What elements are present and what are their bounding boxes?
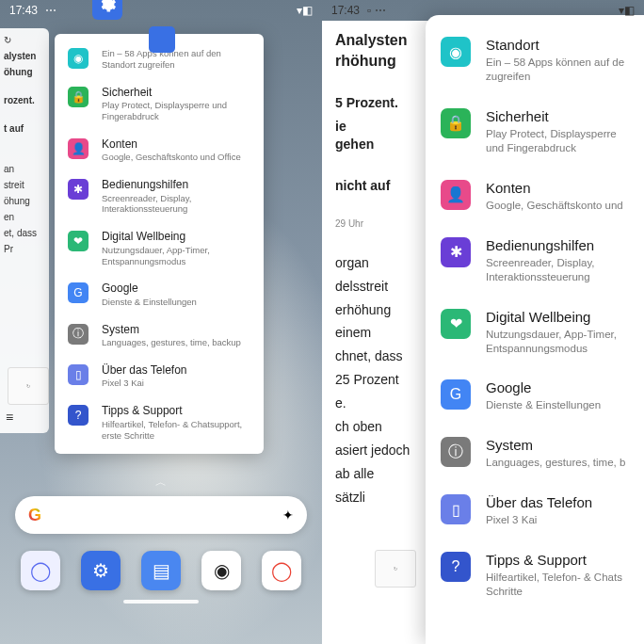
settings-item-google[interactable]: G Google Dienste & Einstellungen <box>55 274 264 314</box>
settings-item-title: Google <box>486 379 629 396</box>
settings-item-subtitle: Pixel 3 Kai <box>102 378 250 389</box>
settings-item-title: Google <box>102 282 250 295</box>
settings-panel: ◉ Standort Ein – 58 Apps können auf de z… <box>426 15 644 644</box>
settings-item-subtitle: Nutzungsdauer, App-Timer, Entspannungsmo… <box>102 245 250 267</box>
settings-item-security[interactable]: 🔒 Sicherheit Play Protect, Displaysperre… <box>55 78 264 130</box>
status-bar: 17:43 ⋯ ▾ ◧ <box>0 0 322 21</box>
location-icon: ◉ <box>68 48 89 69</box>
all-apps-caret-icon[interactable]: ︿ <box>155 475 167 491</box>
settings-item-title: System <box>486 437 629 454</box>
accounts-icon: 👤 <box>68 138 89 159</box>
status-bar: 17:43 ▫ ⋯ ▾ ◧ <box>322 0 644 21</box>
settings-item-title: Konten <box>102 137 250 151</box>
battery-icon: ◧ <box>302 4 313 17</box>
wellbeing-icon: ❤ <box>441 309 471 339</box>
nav-pill[interactable] <box>123 600 199 604</box>
settings-item-title: Über das Telefon <box>102 363 250 377</box>
settings-item-subtitle: Google, Geschäftskonto und Office <box>102 152 250 163</box>
settings-item-subtitle: Languages, gestures, time, backup <box>102 337 250 348</box>
settings-item-title: System <box>102 323 250 336</box>
settings-item-subtitle: Ein – 58 Apps können auf den Standort zu… <box>102 48 250 71</box>
system-icon: ⓘ <box>441 437 471 467</box>
dock-app-camera[interactable]: ◉ <box>201 551 241 590</box>
settings-popup: ◉ Ein – 58 Apps können auf den Standort … <box>55 34 264 454</box>
assistant-icon[interactable]: ✦ <box>282 507 294 523</box>
settings-item-title: Digital Wellbeing <box>486 309 629 326</box>
about-icon: ▯ <box>441 494 471 524</box>
settings-item-subtitle: Screenreader, Display, Interaktionssteue… <box>486 256 629 284</box>
tips-icon: ? <box>68 405 89 426</box>
settings-item-a11y[interactable]: ✱ Bedienungshilfen Screenreader, Display… <box>426 225 644 297</box>
settings-item-subtitle: Hilfeartikel, Telefon- & Chatsupport, er… <box>102 419 250 442</box>
settings-item-google[interactable]: G Google Dienste & Einstellungen <box>426 367 644 425</box>
settings-item-title: Bedienungshilfen <box>102 178 250 191</box>
settings-item-tips[interactable]: ? Tipps & Support Hilfeartikel, Telefon-… <box>426 539 644 611</box>
a11y-icon: ✱ <box>68 179 89 200</box>
settings-item-title: Bedienungshilfen <box>486 237 629 254</box>
google-g-icon: G <box>28 506 41 525</box>
dock-app-docs[interactable]: ▤ <box>141 551 181 590</box>
google-icon: G <box>441 379 471 410</box>
settings-item-subtitle: Nutzungsdauer, App-Timer, Entspannungsmo… <box>486 328 629 356</box>
settings-item-subtitle: Dienste & Einstellungen <box>486 398 629 412</box>
status-time: 17:43 <box>9 4 38 17</box>
settings-item-subtitle: Google, Geschäftskonto und <box>486 199 629 213</box>
settings-item-title: Digital Wellbeing <box>102 230 250 243</box>
status-notif-icon: ▫ ⋯ <box>367 4 386 17</box>
settings-item-subtitle: Play Protect, Displaysperre und Fingerab… <box>102 100 250 122</box>
settings-item-subtitle: Languages, gestures, time, b <box>486 456 629 470</box>
settings-item-subtitle: Screenreader, Display, Interaktionssteue… <box>102 193 250 216</box>
settings-item-title: Standort <box>486 37 629 54</box>
settings-item-title: Konten <box>486 180 629 197</box>
settings-item-location[interactable]: ◉ Ein – 58 Apps können auf den Standort … <box>55 40 264 78</box>
status-time: 17:43 <box>331 4 360 17</box>
accounts-icon: 👤 <box>441 180 471 210</box>
wellbeing-icon: ❤ <box>68 231 89 251</box>
settings-item-subtitle: Pixel 3 Kai <box>486 513 629 527</box>
settings-item-accounts[interactable]: 👤 Konten Google, Geschäftskonto und Offi… <box>55 130 264 170</box>
google-icon: G <box>68 282 89 303</box>
recaptcha-badge: ↻ <box>375 550 416 588</box>
dock-app-assistant[interactable]: ◯ <box>21 551 60 590</box>
settings-item-subtitle: Dienste & Einstellungen <box>102 297 250 308</box>
google-search-bar[interactable]: G ✦ <box>15 496 307 534</box>
settings-item-system[interactable]: ⓘ System Languages, gestures, time, back… <box>55 315 264 356</box>
home-bottom: ︿ G ✦ ◯⚙▤◉◯ <box>0 475 322 644</box>
location-icon: ◉ <box>441 37 471 67</box>
settings-item-title: Über das Telefon <box>486 494 629 511</box>
settings-item-subtitle: Hilfeartikel, Telefon- & Chats Schritte <box>486 571 629 599</box>
home-screen-right: 17:43 ▫ ⋯ ▾ ◧ Analysten rhöhung 5 Prozen… <box>322 0 644 644</box>
settings-item-security[interactable]: 🔒 Sicherheit Play Protect, Displaysperre… <box>426 96 644 168</box>
settings-item-subtitle: Play Protect, Displaysperre und Fingerab… <box>486 127 629 155</box>
about-icon: ▯ <box>68 364 89 385</box>
settings-item-subtitle: Ein – 58 Apps können auf de zugreifen <box>486 56 629 84</box>
settings-item-wellbeing[interactable]: ❤ Digital Wellbeing Nutzungsdauer, App-T… <box>55 222 264 274</box>
settings-item-wellbeing[interactable]: ❤ Digital Wellbeing Nutzungsdauer, App-T… <box>426 297 644 368</box>
security-icon: 🔒 <box>68 87 89 107</box>
dock-app-chrome[interactable]: ◯ <box>262 551 301 590</box>
settings-item-about[interactable]: ▯ Über das Telefon Pixel 3 Kai <box>55 356 264 396</box>
settings-item-location[interactable]: ◉ Standort Ein – 58 Apps können auf de z… <box>426 24 644 96</box>
settings-item-system[interactable]: ⓘ System Languages, gestures, time, b <box>426 425 644 482</box>
dock: ◯⚙▤◉◯ <box>21 551 301 590</box>
settings-item-title: Tipps & Support <box>102 404 250 417</box>
settings-item-title: Sicherheit <box>486 108 629 125</box>
menu-icon[interactable]: ≡ <box>6 409 13 426</box>
settings-item-title: Tipps & Support <box>486 552 629 569</box>
home-screen-left: 17:43 ⋯ ▾ ◧ ↻ alysten öhung rozent. t au… <box>0 0 322 644</box>
recaptcha-badge: ↻ <box>8 367 49 405</box>
settings-item-tips[interactable]: ? Tipps & Support Hilfeartikel, Telefon-… <box>55 396 264 448</box>
tips-icon: ? <box>441 552 471 582</box>
settings-item-about[interactable]: ▯ Über das Telefon Pixel 3 Kai <box>426 482 644 539</box>
security-icon: 🔒 <box>441 108 471 138</box>
a11y-icon: ✱ <box>441 237 471 267</box>
settings-item-accounts[interactable]: 👤 Konten Google, Geschäftskonto und <box>426 168 644 225</box>
system-icon: ⓘ <box>68 324 89 345</box>
settings-item-a11y[interactable]: ✱ Bedienungshilfen Screenreader, Display… <box>55 170 264 222</box>
settings-item-title: Sicherheit <box>102 86 250 99</box>
battery-icon: ◧ <box>624 4 635 17</box>
dock-app-settings[interactable]: ⚙ <box>81 551 121 590</box>
status-notif-icon: ⋯ <box>45 4 56 17</box>
